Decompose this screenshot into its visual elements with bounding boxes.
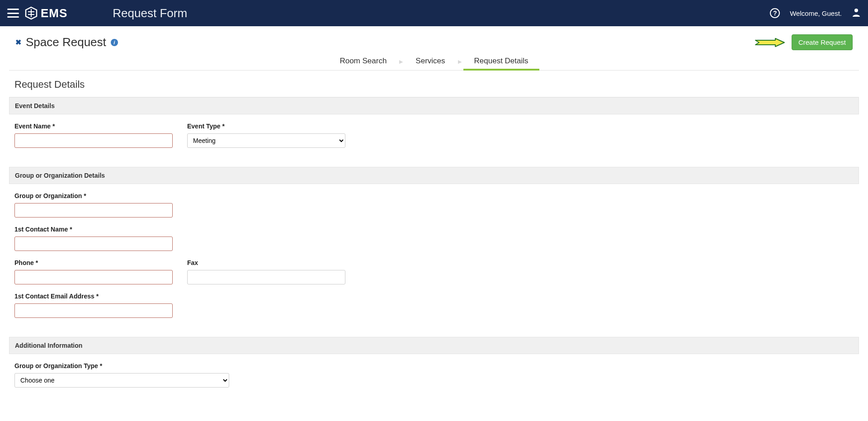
contact-name-label: 1st Contact Name * <box>14 226 173 233</box>
event-type-label: Event Type * <box>187 123 345 130</box>
panel-header-additional: Additional Information <box>9 337 859 354</box>
user-icon[interactable] <box>852 8 861 19</box>
welcome-text: Welcome, Guest. <box>790 9 842 17</box>
phone-label: Phone * <box>14 259 173 266</box>
panel-header-group-details: Group or Organization Details <box>9 167 859 184</box>
menu-icon[interactable] <box>7 9 19 18</box>
contact-name-input[interactable] <box>14 237 173 251</box>
logo[interactable]: EMS <box>24 6 67 20</box>
phone-input[interactable] <box>14 270 173 284</box>
help-icon[interactable]: ? <box>770 8 780 18</box>
event-name-label: Event Name * <box>14 123 173 130</box>
group-type-label: Group or Organization Type * <box>14 362 229 369</box>
group-type-select[interactable]: Choose one <box>14 373 229 388</box>
tab-request-details[interactable]: Request Details <box>463 53 539 70</box>
panel-body-group-details: Group or Organization * 1st Contact Name… <box>9 184 859 337</box>
info-icon[interactable]: i <box>111 39 118 46</box>
brand-text: EMS <box>41 6 67 20</box>
fax-input[interactable] <box>187 270 345 284</box>
close-icon[interactable]: ✖ <box>15 38 21 47</box>
page-title: Request Form <box>113 6 187 20</box>
top-bar: EMS Request Form ? Welcome, Guest. <box>0 0 868 26</box>
chevron-right-icon: ▶ <box>397 53 405 70</box>
group-org-input[interactable] <box>14 203 173 218</box>
tabs: Room Search ▶ Services ▶ Request Details <box>9 53 859 71</box>
logo-icon <box>24 6 38 20</box>
event-type-select[interactable]: Meeting <box>187 133 345 148</box>
create-request-button[interactable]: Create Request <box>792 34 853 50</box>
panel-body-event-details: Event Name * Event Type * Meeting <box>9 114 859 167</box>
chevron-right-icon: ▶ <box>456 53 463 70</box>
group-org-label: Group or Organization * <box>14 192 173 199</box>
section-title: Request Details <box>9 71 859 97</box>
event-name-input[interactable] <box>14 133 173 148</box>
tab-services[interactable]: Services <box>405 53 456 70</box>
tab-room-search[interactable]: Room Search <box>329 53 397 70</box>
email-label: 1st Contact Email Address * <box>14 293 173 300</box>
email-input[interactable] <box>14 303 173 318</box>
svg-point-1 <box>854 9 858 12</box>
title-bar: ✖ Space Request i Create Request <box>9 26 859 51</box>
panel-header-event-details: Event Details <box>9 97 859 114</box>
fax-label: Fax <box>187 259 345 266</box>
space-request-title: Space Request <box>26 35 106 49</box>
panel-body-additional: Group or Organization Type * Choose one <box>9 354 859 388</box>
arrow-annotation-icon <box>755 37 786 48</box>
